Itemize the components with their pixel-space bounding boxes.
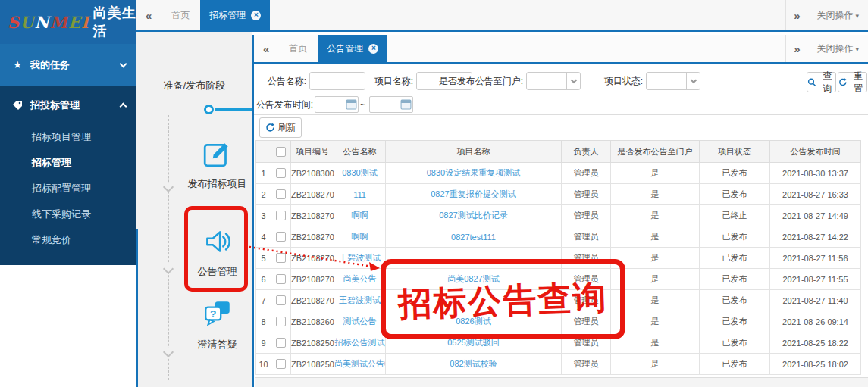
project-name-link[interactable]: 0827重复报价提交测试 xyxy=(386,184,562,205)
close-tab-icon[interactable]: × xyxy=(368,44,378,54)
project-name-link[interactable] xyxy=(386,248,562,269)
sidebar-subitem[interactable]: 招标项目管理 xyxy=(0,124,136,150)
row-checkbox[interactable] xyxy=(276,232,286,242)
sidebar-subitem[interactable]: 常规竞价 xyxy=(0,227,136,253)
row-checkbox[interactable] xyxy=(276,317,286,326)
row-checkbox[interactable] xyxy=(276,168,286,178)
portal-select[interactable] xyxy=(526,72,581,90)
table-row[interactable]: 6ZB210827004尚美公告尚美0827测试管理员是已发布2021-08-2… xyxy=(256,269,861,290)
notice-name-link[interactable]: 王碧波测试 xyxy=(334,248,386,269)
row-number: 7 xyxy=(256,290,271,311)
step-notice-management[interactable]: 公告管理 xyxy=(182,226,252,279)
col-project-name: 项目名称 xyxy=(386,141,562,163)
reset-icon xyxy=(838,77,848,87)
collapse-tabs-icon[interactable]: « xyxy=(136,9,161,22)
col-notice-name: 公告名称 xyxy=(334,141,386,163)
notice-name-link[interactable]: 招标公告测试 xyxy=(334,332,386,354)
table-row[interactable]: 1ZB2108300010830测试0830设定结果重复项测试管理员是已发布20… xyxy=(256,163,861,184)
select-all-checkbox[interactable] xyxy=(276,147,286,157)
row-number: 6 xyxy=(256,269,271,290)
calendar-icon[interactable] xyxy=(400,98,412,112)
row-checkbox[interactable] xyxy=(276,274,286,284)
notice-name-link[interactable]: 尚美测试公告08... xyxy=(334,354,386,375)
row-checkbox-cell xyxy=(271,226,291,248)
sidebar-subitem[interactable]: 招标配置管理 xyxy=(0,176,136,201)
table-footer-strip xyxy=(255,377,868,387)
logo-letter: N xyxy=(35,13,50,32)
expand-tabs-icon[interactable]: » xyxy=(785,0,807,30)
refresh-button[interactable]: 刷新 xyxy=(259,117,302,138)
publish-time-cell: 2021-08-27 11:55 xyxy=(770,269,861,290)
expand-tabs-icon[interactable]: » xyxy=(785,35,807,62)
project-name-link[interactable]: 0525测试驳回 xyxy=(386,332,562,354)
outer-bar-right: » 关闭操作▾ xyxy=(785,0,868,30)
row-checkbox[interactable] xyxy=(276,211,286,220)
step-clarification[interactable]: ? 澄清答疑 xyxy=(182,298,252,351)
reset-button[interactable]: 重置 xyxy=(838,72,867,92)
phase-line xyxy=(215,108,252,111)
project-code-cell: ZB210827006 xyxy=(291,226,334,248)
calendar-icon[interactable] xyxy=(346,98,357,112)
project-name-link[interactable] xyxy=(386,290,562,311)
row-checkbox[interactable] xyxy=(276,295,286,305)
table-row[interactable]: 3ZB210827007啊啊0827测试比价记录管理员是已终止2021-08-2… xyxy=(256,205,861,226)
table-row[interactable]: 9ZB210825008招标公告测试0525测试驳回管理员是已发布2021-08… xyxy=(256,332,861,354)
notice-name-link[interactable]: 啊啊 xyxy=(334,226,386,248)
col-publish-time: 公告发布时间 xyxy=(770,141,861,163)
tab-home[interactable]: 首页 xyxy=(278,42,318,55)
owner-cell: 管理员 xyxy=(562,332,611,354)
notice-name-link[interactable]: 测试公告 xyxy=(334,311,386,332)
table-row[interactable]: 5ZB210827003王碧波测试管理员是已发布2021-08-27 11:56 xyxy=(256,248,861,269)
notice-name-link[interactable]: 111 xyxy=(334,184,386,205)
table-row[interactable]: 10ZB210825006尚美测试公告08...082测试校验管理员是已发布20… xyxy=(256,354,861,375)
row-number: 1 xyxy=(256,163,271,184)
publish-time-to-input[interactable] xyxy=(369,96,413,113)
close-operations-dropdown[interactable]: 关闭操作▾ xyxy=(807,42,868,55)
status-cell: 已发布 xyxy=(700,332,770,354)
notice-name-input[interactable] xyxy=(309,72,365,90)
table-row[interactable]: 8ZB210826001测试公告0826测试管理员是已发布2021-08-26 … xyxy=(256,311,861,332)
row-checkbox[interactable] xyxy=(276,189,286,199)
tab-home[interactable]: 首页 xyxy=(161,9,200,22)
notice-name-link[interactable]: 啊啊 xyxy=(334,205,386,226)
portal-cell: 是 xyxy=(611,269,700,290)
project-name-link[interactable]: 0826测试 xyxy=(386,311,562,332)
project-code-cell: ZB210827004 xyxy=(291,269,334,290)
close-tab-icon[interactable]: × xyxy=(251,11,261,20)
table-row[interactable]: 4ZB210827006啊啊0827test111管理员是已发布2021-08-… xyxy=(256,226,861,248)
publish-time-from-input[interactable] xyxy=(315,96,359,113)
project-name-link[interactable]: 082测试校验 xyxy=(386,354,562,375)
project-name-link[interactable]: 0827测试比价记录 xyxy=(386,205,562,226)
row-checkbox[interactable] xyxy=(276,338,286,348)
table-row[interactable]: 2ZB2108270081110827重复报价提交测试管理员是已发布2021-0… xyxy=(256,184,861,205)
tab-notice-management[interactable]: 公告管理 × xyxy=(318,35,387,62)
search-button[interactable]: 查询 xyxy=(807,72,836,92)
status-select[interactable] xyxy=(646,72,700,90)
sidebar-item-bidding-management[interactable]: 招投标管理 xyxy=(0,86,136,124)
connector-chevron-icon xyxy=(163,182,174,192)
row-number: 5 xyxy=(256,248,271,269)
row-checkbox[interactable] xyxy=(276,359,286,369)
tab-bidding-management[interactable]: 招标管理 × xyxy=(200,0,270,30)
project-name-link[interactable]: 0827test111 xyxy=(386,226,562,248)
step-publish-tender-project[interactable]: 发布招标项目 xyxy=(182,138,252,191)
table-row[interactable]: 7ZB210827001王碧波测试管理员是已发布2021-08-27 11:40 xyxy=(256,290,861,311)
collapse-tabs-icon[interactable]: « xyxy=(254,42,278,55)
project-code-cell: ZB210827003 xyxy=(291,248,334,269)
notice-name-link[interactable]: 0830测试 xyxy=(334,163,386,184)
close-operations-dropdown[interactable]: 关闭操作▾ xyxy=(807,9,868,22)
sidebar-item-my-tasks[interactable]: ★ 我的任务 xyxy=(0,44,136,86)
caret-down-icon: ▾ xyxy=(855,12,859,20)
step-label: 澄清答疑 xyxy=(182,338,252,351)
project-name-link[interactable]: 0830设定结果重复项测试 xyxy=(386,163,562,184)
publish-time-cell: 2021-08-25 18:02 xyxy=(770,354,861,375)
notice-name-link[interactable]: 尚美公告 xyxy=(334,269,386,290)
notice-name-link[interactable]: 王碧波测试 xyxy=(334,290,386,311)
project-name-link[interactable]: 尚美0827测试 xyxy=(386,269,562,290)
project-code-cell: ZB210827007 xyxy=(291,205,334,226)
sidebar-subitem[interactable]: 线下采购记录 xyxy=(0,201,136,227)
row-checkbox[interactable] xyxy=(276,253,286,263)
logo-letter: I xyxy=(81,13,89,32)
sidebar-subitem[interactable]: 招标管理 xyxy=(0,150,136,176)
phase-label: 准备/发布阶段 xyxy=(136,79,252,92)
